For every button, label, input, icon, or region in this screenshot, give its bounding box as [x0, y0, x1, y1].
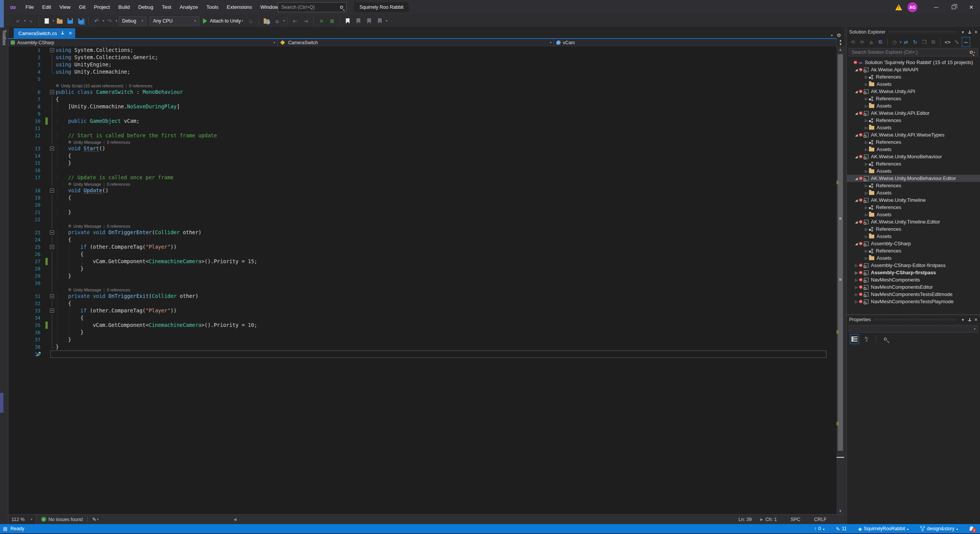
expander-closed-icon[interactable]: ▷ — [864, 97, 869, 101]
scroll-down-icon[interactable]: ▼ — [837, 508, 844, 514]
expander-closed-icon[interactable]: ▷ — [864, 227, 869, 231]
breadcrumb-member-dropdown[interactable]: vCam ▾ — [554, 39, 844, 46]
code-line[interactable]: 26{ — [8, 251, 837, 258]
expander-closed-icon[interactable]: ▷ — [864, 249, 869, 253]
nest-files-icon[interactable]: ❐ — [920, 37, 928, 47]
back-icon[interactable]: ⟲ — [849, 37, 857, 47]
expander-closed-icon[interactable]: ▷ — [864, 140, 869, 144]
find-in-files-button[interactable] — [262, 16, 271, 26]
expander-closed-icon[interactable]: ▷ — [864, 162, 869, 166]
code-line[interactable]: 30 — [8, 280, 837, 287]
tree-item[interactable]: ◢AK.Wwise.Unity.API.Editor — [847, 109, 980, 117]
toolbox-tab[interactable]: Toolbox — [2, 30, 7, 45]
home-icon[interactable]: ⌂ — [867, 37, 875, 47]
tree-item[interactable]: ◢AK.Wwise.Unity.Timeline.Editor — [847, 218, 980, 225]
expander-open-icon[interactable]: ◢ — [854, 90, 859, 93]
view-code-icon[interactable]: <> — [943, 37, 952, 47]
menu-edit[interactable]: Edit — [38, 0, 55, 14]
close-icon[interactable]: ✕ — [974, 30, 978, 35]
code-line[interactable]: 19{ — [8, 194, 837, 201]
menu-file[interactable]: File — [21, 0, 38, 14]
tree-item[interactable]: ∞Solution 'Squirrely Roo Rabbit' (15 of … — [847, 59, 980, 66]
expander-closed-icon[interactable]: ▷ — [854, 264, 859, 267]
close-icon[interactable]: ✕ — [974, 317, 978, 322]
solution-explorer-header[interactable]: Solution Explorer ▾ ✕ — [847, 27, 980, 37]
restore-button[interactable] — [945, 0, 962, 14]
feed-icon[interactable]: ▤ — [3, 526, 7, 531]
tree-item[interactable]: ▷Assembly-CSharp-firstpass — [847, 269, 980, 276]
outline-collapse-button[interactable]: ⇤ — [290, 16, 300, 26]
tree-item[interactable]: ▷References — [847, 73, 980, 80]
codelens-row[interactable]: ⚙Unity Script (10 asset references)|0 re… — [8, 83, 837, 88]
expander-open-icon[interactable]: ◢ — [854, 68, 859, 72]
expander-closed-icon[interactable]: ▷ — [864, 256, 869, 260]
expander-closed-icon[interactable]: ▷ — [864, 206, 869, 209]
code-line[interactable]: 4using Unity.Cinemachine; — [8, 68, 837, 76]
fold-collapse-icon[interactable] — [50, 88, 55, 96]
code-editor[interactable]: 1using System.Collections;2using System.… — [8, 47, 837, 514]
properties-header[interactable]: Properties ▾ ✕ — [847, 315, 980, 324]
codelens-row[interactable]: ⚙Unity Message|0 references — [8, 287, 837, 293]
code-line[interactable]: 3using UnityEngine; — [8, 61, 837, 68]
codelens-row[interactable]: ⚙Unity Message|0 references — [8, 181, 837, 187]
next-bookmark-button[interactable] — [364, 16, 374, 26]
code-line[interactable]: 6public class CameraSwitch : MonoBehavio… — [8, 88, 837, 96]
breadcrumb-type-dropdown[interactable]: CameraSwitch ▾ — [278, 39, 554, 46]
expander-open-icon[interactable]: ◢ — [854, 242, 859, 246]
tree-item[interactable]: ▷References — [847, 225, 980, 233]
tree-item[interactable]: ▷Assets — [847, 189, 980, 196]
navigate-forward-button[interactable]: ⤷ — [26, 16, 35, 26]
solution-explorer-search-input[interactable]: Search Solution Explorer (Ctrl+;) ▾ — [849, 48, 978, 56]
code-line[interactable]: 25if (other.CompareTag("Player")) — [8, 243, 837, 251]
tree-item[interactable]: ▷Assets — [847, 102, 980, 109]
properties-object-dropdown[interactable]: ▾ — [849, 325, 978, 333]
tree-item[interactable]: ▷Assets — [847, 80, 980, 88]
expander-closed-icon[interactable]: ▷ — [864, 191, 869, 195]
tree-item[interactable]: ▷Assembly-CSharp-Editor-firstpass — [847, 262, 980, 269]
hscroll-left-icon[interactable]: ◀ — [234, 515, 237, 524]
tree-item[interactable]: ▷NavMeshComponentsTestsEditmode — [847, 291, 980, 298]
close-button[interactable]: ✕ — [962, 0, 980, 14]
code-line[interactable]: 17// Update is called once per frame — [8, 174, 837, 181]
code-line[interactable]: 12// Start is called before the first fr… — [8, 132, 837, 139]
sync-with-active-document-icon[interactable]: ⇄ — [902, 37, 910, 47]
tree-item[interactable]: ◢AK.Wwise.Unity.MonoBehaviour — [847, 153, 980, 160]
undo-button[interactable]: ↶ — [92, 16, 101, 26]
toolbar-grip[interactable]: ⋮ — [6, 19, 10, 23]
expander-closed-icon[interactable]: ▷ — [864, 126, 869, 130]
expander-open-icon[interactable]: ◢ — [854, 220, 859, 224]
branch-button[interactable]: design&story ▴ — [920, 526, 958, 531]
column-indicator[interactable]: Ch: 1 — [766, 517, 777, 522]
expander-closed-icon[interactable]: ▷ — [854, 293, 859, 296]
menu-build[interactable]: Build — [114, 0, 134, 14]
redo-button[interactable]: ↷ — [105, 16, 114, 26]
menu-tools[interactable]: Tools — [202, 0, 223, 14]
pending-edits-button[interactable]: ✎ 11 — [836, 526, 846, 532]
switch-views-icon[interactable]: ⧉ — [876, 37, 885, 47]
save-button[interactable] — [66, 16, 75, 26]
comment-lines-button[interactable]: ≡ — [317, 16, 326, 26]
tree-item[interactable]: ◢Assembly-CSharp — [847, 240, 980, 247]
code-line[interactable]: 8[Unity.Cinemachine.NoSaveDuringPlay] — [8, 103, 837, 110]
scrollbar-thumb[interactable] — [838, 54, 843, 451]
debug-target-dropdown[interactable]: Debug▾ — [119, 16, 147, 26]
search-input[interactable]: Search (Ctrl+Q) — [278, 2, 347, 12]
codelens-references[interactable]: 0 references — [107, 182, 130, 187]
tree-item[interactable]: ◢AK.Wwise.Unity.MonoBehaviour.Editor — [847, 175, 980, 182]
clear-bookmarks-button[interactable] — [375, 16, 384, 26]
code-line[interactable]: 39 — [8, 351, 837, 358]
hot-reload-icon[interactable]: ♨ — [246, 16, 255, 26]
expander-closed-icon[interactable]: ▷ — [864, 213, 869, 217]
tree-item[interactable]: ▷Assets — [847, 146, 980, 153]
tree-item[interactable]: ▷NavMeshComponentsEditor — [847, 283, 980, 291]
code-cleanup-icon[interactable]: ✎ — [92, 516, 96, 522]
code-line[interactable]: 33if (other.CompareTag("Player")) — [8, 307, 837, 314]
code-line[interactable]: 35vCam.GetComponent<CinemachineCamera>()… — [8, 322, 837, 329]
code-line[interactable]: 10public GameObject vCam; — [8, 117, 837, 125]
code-line[interactable]: 16 — [8, 167, 837, 174]
expander-closed-icon[interactable]: ▷ — [864, 75, 869, 79]
code-line[interactable]: 2using System.Collections.Generic; — [8, 54, 837, 61]
categorized-icon[interactable] — [850, 334, 859, 344]
codelens-row[interactable]: ⚙Unity Message|0 references — [8, 139, 837, 145]
forward-icon[interactable]: ⟳ — [858, 37, 866, 47]
